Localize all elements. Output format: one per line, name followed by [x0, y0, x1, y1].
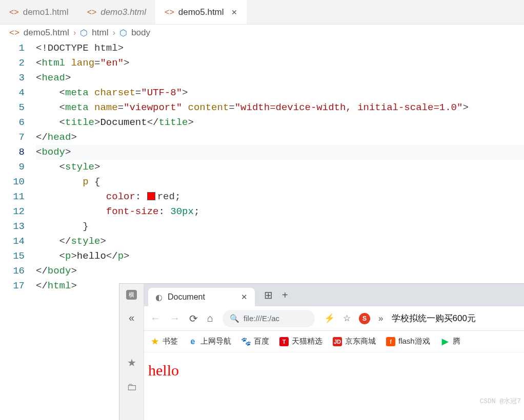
extensions-icon[interactable]: ⊞ [264, 289, 273, 301]
bookmark-item[interactable]: ★书签 [150, 337, 178, 346]
bookmark-icon: ★ [150, 337, 159, 346]
browser-sidebar: 横 « ★ 🗀 [119, 284, 144, 420]
bookmark-icon: JD [333, 337, 342, 346]
bookmark-label: 上网导航 [200, 337, 231, 346]
tab-label: demo1.html [23, 7, 69, 17]
back-icon[interactable]: ← [150, 312, 160, 324]
reload-icon[interactable]: ⟳ [189, 312, 198, 325]
bookmark-label: 书签 [163, 337, 178, 346]
breadcrumb-node[interactable]: html [92, 28, 108, 38]
star-icon[interactable]: ★ [127, 356, 136, 369]
tab-demo5[interactable]: <>demo5.html✕ [155, 0, 247, 24]
element-icon: ⬡ [119, 28, 127, 38]
page-icon: ◐ [155, 292, 163, 302]
star-outline-icon[interactable]: ☆ [343, 313, 351, 324]
html-file-icon: <> [9, 28, 19, 38]
browser-toolbar: ← → ⟳ ⌂ 🔍 file:///E:/ac ⚡ ☆ S » 学校拟统一购买6… [144, 306, 524, 331]
browser-tab-strip: ◐ Document ✕ ⊞ + [144, 284, 524, 306]
breadcrumb: <> demo5.html › ⬡ html › ⬡ body [0, 25, 524, 41]
bookmarks-bar: ★书签e上网导航🐾百度T天猫精选JD京东商城fflash游戏▶腾 [144, 331, 524, 352]
browser-window: 横 « ★ 🗀 ◐ Document ✕ ⊞ + ← → ⟳ ⌂ 🔍 file:… [119, 283, 524, 420]
bookmark-item[interactable]: e上网导航 [188, 337, 231, 346]
editor-tab-bar: <>demo1.html <>demo3.html <>demo5.html✕ [0, 0, 524, 25]
browser-tab-title: Document [168, 292, 205, 302]
chevron-right-icon: › [73, 28, 76, 38]
chevron-right-icon: › [112, 28, 115, 38]
bookmark-label: 天猫精选 [292, 337, 323, 346]
address-bar[interactable]: 🔍 file:///E:/ac [223, 310, 315, 327]
html-file-icon: <> [9, 8, 19, 17]
bookmark-icon: ▶ [440, 337, 450, 346]
url-text: file:///E:/ac [244, 314, 279, 323]
search-icon: 🔍 [230, 314, 239, 323]
home-icon[interactable]: ⌂ [207, 312, 213, 324]
bookmark-item[interactable]: 🐾百度 [241, 337, 269, 346]
bookmark-item[interactable]: JD京东商城 [333, 337, 376, 346]
bookmark-icon: e [188, 337, 197, 346]
bookmark-icon: 🐾 [241, 337, 251, 346]
new-tab-icon[interactable]: + [282, 289, 288, 301]
tab-label: demo5.html [178, 7, 224, 17]
bookmark-label: flash游戏 [398, 337, 430, 346]
browser-tab[interactable]: ◐ Document ✕ [148, 288, 255, 306]
line-number-gutter: 1234567891011121314151617 [0, 41, 36, 293]
html-file-icon: <> [87, 8, 97, 17]
bookmark-label: 百度 [254, 337, 269, 346]
tab-demo3[interactable]: <>demo3.html [78, 0, 156, 24]
search-engine-badge[interactable]: S [359, 313, 370, 324]
news-ticker[interactable]: 学校拟统一购买600元 [392, 312, 476, 324]
bookmark-label: 腾 [453, 337, 460, 346]
close-icon[interactable]: ✕ [231, 8, 237, 16]
orientation-badge[interactable]: 横 [126, 290, 137, 300]
breadcrumb-node[interactable]: body [131, 28, 150, 38]
breadcrumb-file[interactable]: demo5.html [24, 28, 69, 38]
element-icon: ⬡ [80, 28, 88, 38]
hello-text: hello [148, 362, 520, 379]
bolt-icon[interactable]: ⚡ [324, 313, 335, 324]
chevron-right-icon: » [378, 313, 383, 324]
bookmark-item[interactable]: fflash游戏 [386, 337, 430, 346]
bookmark-item[interactable]: ▶腾 [440, 337, 460, 346]
bookmark-label: 京东商城 [345, 337, 376, 346]
page-viewport: hello [144, 352, 524, 420]
bookmark-icon: f [386, 337, 395, 346]
bookmark-item[interactable]: T天猫精选 [279, 337, 323, 346]
watermark: CSDN @水冠7 [479, 396, 521, 406]
code-content[interactable]: <!DOCTYPE html><html lang="en"><head> <m… [36, 41, 524, 293]
tab-label: demo3.html [100, 7, 146, 17]
bookmark-icon: T [279, 337, 289, 346]
collapse-icon[interactable]: « [129, 312, 134, 324]
close-icon[interactable]: ✕ [241, 292, 248, 302]
forward-icon[interactable]: → [170, 312, 180, 324]
tab-demo1[interactable]: <>demo1.html [0, 0, 78, 24]
html-file-icon: <> [165, 8, 174, 17]
folder-icon[interactable]: 🗀 [127, 381, 137, 393]
code-editor[interactable]: 1234567891011121314151617 <!DOCTYPE html… [0, 41, 524, 293]
